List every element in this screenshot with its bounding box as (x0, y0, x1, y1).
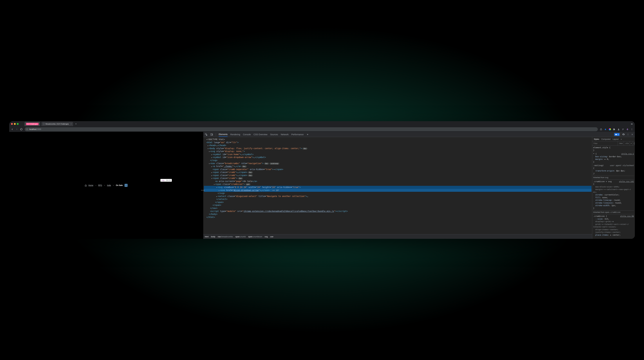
menu-icon[interactable] (631, 128, 633, 130)
devtools-panel: Elements Rendering Console CSS Overview … (203, 132, 635, 239)
close-tab-icon[interactable]: × (71, 123, 72, 125)
styles-tabs: Styles Computed Layout » (592, 137, 635, 141)
svg-point-6 (632, 128, 632, 129)
issues-button[interactable]: 1 (614, 133, 620, 136)
forward-button[interactable] (16, 128, 18, 130)
styles-body[interactable]: element.style {} * {style.css:1 box-sizi… (592, 146, 635, 239)
kebab-menu-icon[interactable] (627, 133, 629, 135)
svg-point-1 (632, 124, 632, 124)
sep-icon: → (95, 184, 96, 187)
svg-point-7 (632, 129, 632, 130)
bookmark-icon[interactable] (604, 128, 606, 130)
reading-list-icon[interactable] (622, 128, 624, 130)
crumb-rpg[interactable]: RPG (98, 184, 102, 187)
tab-elements[interactable]: Elements (219, 133, 228, 137)
breadcrumb-nav: Home → RPG Indie On Sale (85, 184, 128, 187)
svg-point-14 (628, 134, 628, 134)
titlebar: GUI Challenges Breadcrumbs | GUI Challen… (9, 121, 635, 127)
svg-point-13 (628, 133, 628, 134)
share-icon[interactable] (600, 128, 602, 130)
svg-point-8 (632, 130, 632, 130)
svg-point-4 (618, 128, 619, 129)
elements-tree[interactable]: <!DOCTYPE html> <html lang="en" dir="ltr… (203, 137, 592, 234)
maximize-window-button[interactable] (17, 123, 18, 125)
content-area: Home → RPG Indie On Sale svg 24×24 Eleme… (9, 132, 635, 239)
new-tab-button[interactable]: + (75, 123, 76, 125)
incognito-icon (630, 123, 633, 125)
chevron-down-icon[interactable] (112, 185, 114, 186)
tab-network[interactable]: Network (281, 133, 288, 136)
page-preview: Home → RPG Indie On Sale svg 24×24 (9, 132, 203, 239)
tab-active-label: Breadcrumbs | GUI Challenges (46, 123, 69, 125)
svg-rect-12 (616, 134, 617, 135)
close-window-button[interactable] (11, 123, 13, 125)
extensions-icon[interactable] (613, 128, 615, 130)
tab-layout[interactable]: Layout (612, 138, 618, 140)
tab-computed[interactable]: Computed (601, 138, 610, 140)
hov-toggle[interactable]: :hov (618, 141, 624, 145)
device-toggle-icon[interactable] (210, 133, 213, 136)
tab-performance[interactable]: Performance (291, 133, 304, 136)
crumb-dropdown-selected[interactable] (124, 184, 128, 187)
chevron-down-icon[interactable] (104, 185, 106, 186)
svg-rect-5 (627, 128, 628, 130)
toggle-sidebar-icon[interactable] (633, 141, 635, 145)
styles-pane: Styles Computed Layout » :hov .cls + ele… (592, 137, 635, 239)
crumb-onsale: On Sale (116, 184, 123, 187)
svg-rect-9 (205, 133, 206, 135)
extension-colorball-icon[interactable] (609, 128, 611, 130)
urlbar-actions (600, 128, 633, 130)
inspect-tooltip: svg 24×24 (160, 179, 172, 182)
styles-filter-row: :hov .cls + (592, 141, 635, 146)
tooltip-dimensions: 24×24 (166, 179, 171, 181)
close-devtools-icon[interactable] (631, 133, 633, 135)
tab-inactive-label: GUI Challenges (26, 123, 38, 125)
browser-window: GUI Challenges Breadcrumbs | GUI Challen… (9, 121, 635, 239)
omnibox[interactable]: localhost:3000 (25, 127, 598, 131)
more-tabs-icon[interactable] (306, 133, 308, 135)
devtools-toolbar: Elements Rendering Console CSS Overview … (203, 132, 635, 137)
more-tabs-icon[interactable]: » (621, 138, 622, 140)
tab-active[interactable]: Breadcrumbs | GUI Challenges × (41, 122, 73, 126)
tab-inactive[interactable]: GUI Challenges (24, 122, 40, 126)
url-bar: localhost:3000 (9, 127, 635, 132)
svg-rect-10 (210, 133, 212, 135)
tooltip-tag: svg (162, 179, 164, 181)
tab-styles[interactable]: Styles (594, 138, 599, 140)
tab-console[interactable]: Console (243, 133, 251, 136)
home-icon (85, 184, 87, 187)
back-button[interactable] (11, 128, 14, 130)
inspect-element-icon[interactable] (205, 133, 208, 136)
voice-icon[interactable] (626, 128, 628, 130)
styles-filter-input[interactable] (592, 142, 618, 144)
crumb-home[interactable]: Home (88, 184, 93, 187)
svg-point-0 (631, 124, 632, 124)
tab-sources[interactable]: Sources (270, 133, 278, 136)
profile-icon[interactable] (618, 128, 620, 130)
elements-trail[interactable]: html body nav.breadcrumbs span.crumb spa… (203, 234, 592, 239)
svg-rect-16 (634, 143, 635, 144)
cls-toggle[interactable]: .cls (624, 141, 630, 145)
reload-button[interactable] (20, 128, 22, 130)
crumb-indie[interactable]: Indie (107, 184, 111, 187)
globe-icon (43, 123, 45, 125)
new-rule-icon[interactable]: + (630, 141, 633, 145)
info-icon (26, 128, 28, 130)
svg-point-15 (628, 135, 628, 135)
minimize-window-button[interactable] (14, 123, 16, 125)
tab-css-overview[interactable]: CSS Overview (254, 133, 267, 136)
traffic-lights (11, 123, 18, 125)
settings-icon[interactable] (622, 133, 625, 136)
tab-rendering[interactable]: Rendering (230, 133, 240, 136)
url-text: localhost:3000 (29, 128, 41, 130)
